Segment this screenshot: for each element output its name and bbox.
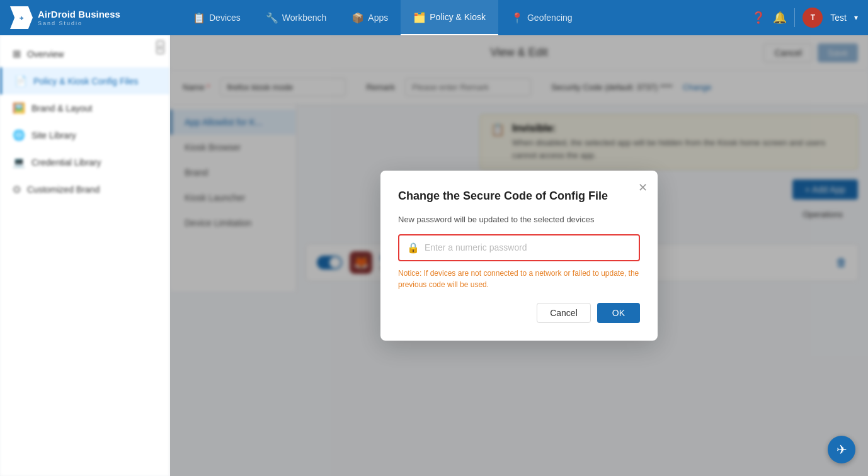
help-icon[interactable]: ❓ xyxy=(751,11,765,25)
workbench-icon: 🔧 xyxy=(266,12,278,24)
modal-input-wrapper: 🔒 xyxy=(398,234,640,261)
policy-kiosk-icon: 🗂️ xyxy=(413,11,426,23)
sidebar-item-credential-library[interactable]: 💻 Credential Library xyxy=(0,149,169,176)
sidebar-item-customized-brand[interactable]: ⊙ Customized Brand xyxy=(0,176,169,203)
sidebar-item-overview[interactable]: ⊞ Overview xyxy=(0,40,169,67)
brand-layout-icon: 🖼️ xyxy=(13,102,25,114)
credential-library-icon: 💻 xyxy=(13,156,25,168)
avatar: T xyxy=(802,8,823,28)
logo-text: AirDroid Business xyxy=(38,9,120,20)
lock-icon: 🔒 xyxy=(407,242,420,254)
content-area: View & Edit Cancel Save Name * Remark Se… xyxy=(170,35,868,476)
geofencing-icon: 📍 xyxy=(511,12,523,24)
modal-cancel-button[interactable]: Cancel xyxy=(537,303,591,323)
sidebar-collapse-button[interactable]: « xyxy=(156,40,164,54)
sidebar-item-site-library[interactable]: 🌐 Site Library xyxy=(0,122,169,149)
password-input[interactable] xyxy=(425,242,631,252)
sidebar-item-policy-kiosk-config[interactable]: 📄 Policy & Kiosk Config Files xyxy=(0,67,169,94)
apps-icon: 📦 xyxy=(351,12,364,24)
sidebar: « ⊞ Overview 📄 Policy & Kiosk Config Fil… xyxy=(0,35,170,476)
sidebar-item-brand-layout[interactable]: 🖼️ Brand & Layout xyxy=(0,94,169,122)
modal-title: Change the Secure Code of Config File xyxy=(398,188,640,204)
logo-sub: Sand Studio xyxy=(38,20,120,26)
nav-items: 📋 Devices 🔧 Workbench 📦 Apps 🗂️ Policy &… xyxy=(180,0,751,35)
modal: ✕ Change the Secure Code of Config File … xyxy=(380,171,658,340)
logo-icon: ✈ xyxy=(10,6,33,29)
devices-icon: 📋 xyxy=(193,12,205,24)
modal-actions: Cancel OK xyxy=(398,303,640,323)
site-library-icon: 🌐 xyxy=(13,129,25,141)
overview-icon: ⊞ xyxy=(13,48,21,60)
chat-button[interactable]: ✈ xyxy=(828,436,855,463)
nav-item-policy-kiosk[interactable]: 🗂️ Policy & Kiosk xyxy=(401,0,498,35)
svg-text:✈: ✈ xyxy=(20,16,24,21)
logo-area: ✈ AirDroid Business Sand Studio xyxy=(10,6,180,29)
modal-notice: Notice: If devices are not connected to … xyxy=(398,268,640,290)
nav-user-name[interactable]: Test xyxy=(830,13,847,23)
nav-user-chevron: ▾ xyxy=(854,13,858,22)
modal-overlay: ✕ Change the Secure Code of Config File … xyxy=(170,35,868,476)
chat-icon: ✈ xyxy=(837,442,847,457)
policy-config-icon: 📄 xyxy=(14,75,27,87)
customized-brand-icon: ⊙ xyxy=(13,183,21,195)
modal-ok-button[interactable]: OK xyxy=(597,303,640,323)
notification-icon[interactable]: 🔔 xyxy=(773,11,787,25)
nav-item-geofencing[interactable]: 📍 Geofencing xyxy=(498,0,585,35)
modal-close-button[interactable]: ✕ xyxy=(638,181,648,195)
nav-right: ❓ 🔔 T Test ▾ xyxy=(751,8,858,28)
nav-item-workbench[interactable]: 🔧 Workbench xyxy=(253,0,340,35)
nav-item-apps[interactable]: 📦 Apps xyxy=(339,0,401,35)
nav-item-devices[interactable]: 📋 Devices xyxy=(180,0,253,35)
nav-divider xyxy=(794,8,795,27)
main-layout: « ⊞ Overview 📄 Policy & Kiosk Config Fil… xyxy=(0,35,868,476)
modal-description: New password will be updated to the sele… xyxy=(398,215,640,224)
top-navigation: ✈ AirDroid Business Sand Studio 📋 Device… xyxy=(0,0,868,35)
